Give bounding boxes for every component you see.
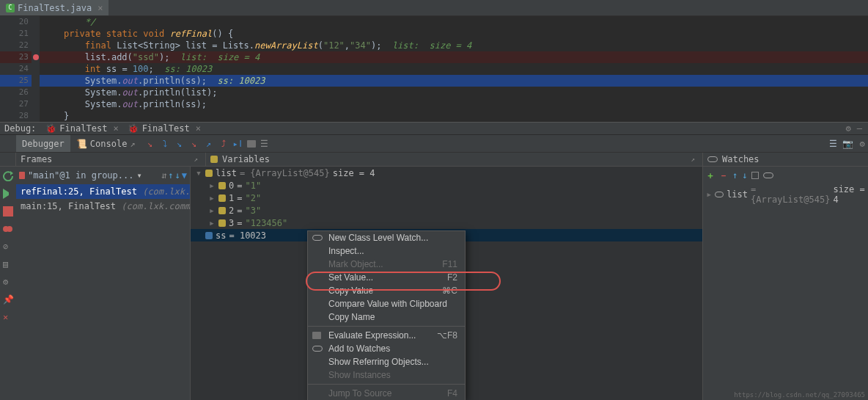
watch-item[interactable]: ▶ list = {ArrayList@545} size = 4 [703,184,868,205]
duplicate-icon[interactable] [751,172,759,179]
breakpoint-icon[interactable] [33,54,39,60]
next-frame-icon[interactable]: ↓ [175,170,180,181]
code-line[interactable]: System.out.println(ss); ss: 10023 [40,75,868,87]
editor-tab-file[interactable]: C FinalTest.java × [0,0,108,15]
line-number[interactable]: 20 [0,16,32,28]
watch-obj: = {ArrayList@545} [751,184,830,205]
stack-frame[interactable]: refFinal:25, FinalTest (com.lxk.commonTe [16,184,190,199]
remove-watch-icon[interactable]: － [719,170,728,182]
add-watch-icon[interactable]: ＋ [706,170,715,182]
context-menu-item[interactable]: Set Value...F2 [308,271,465,284]
close-icon[interactable]: ✕ [3,312,13,322]
move-up-icon[interactable]: ↑ [732,170,738,181]
frames-list: refFinal:25, FinalTest (com.lxk.commonTe… [16,184,190,400]
settings-icon[interactable]: ⚙ [3,277,13,287]
evaluate-expression-icon[interactable] [247,140,256,148]
restore-icon[interactable]: ↗ [691,156,695,163]
line-number[interactable]: 21 [0,28,32,40]
debug-title: Debug: [0,123,40,134]
tab-debugger[interactable]: Debugger [16,135,70,152]
var-list[interactable]: ▼ list = {ArrayList@545} size = 4 [191,167,702,179]
debug-step-toolbar: ↘ ⤵ ↘ ↘ ↗ ⤴ ▸ǀ ☰ [141,138,271,150]
context-menu-item[interactable]: Inspect... [308,244,465,258]
var-list-item[interactable]: ▶ 2 = "3" [191,204,702,217]
expand-icon[interactable]: ▶ [706,191,712,198]
code-line[interactable]: list.add("ssd"); list: size = 4 [40,51,868,63]
editor-pane: 202122232425262728 */ private static voi… [0,16,868,122]
var-list-item[interactable]: ▶ 0 = "1" [191,179,702,192]
prev-frame-icon[interactable]: ↑ [168,170,173,181]
context-menu-item[interactable]: Compare Value with Clipboard [308,297,465,310]
context-menu-item[interactable]: Copy Name [308,310,465,324]
thread-selector[interactable]: "main"@1 in group... ▾ [19,170,160,181]
chevron-down-icon: ▾ [137,170,142,181]
variables-icon [210,156,218,163]
watch-expr-icon [715,192,724,197]
code-line[interactable]: System.out.println(list); [40,87,868,98]
settings-icon[interactable]: ⚙ [856,138,868,150]
variables-title: Variables [222,154,270,164]
line-number[interactable]: 24 [0,63,32,75]
close-icon[interactable]: × [95,3,103,13]
memory-icon[interactable]: 📷 [842,138,853,150]
editor-tab-filename: FinalTest.java [18,3,92,13]
code-line[interactable]: */ [40,16,868,28]
line-number[interactable]: 23 [0,51,32,63]
debug-panels-header: Frames ↗ Variables ↗ Watches [0,153,868,167]
minimize-icon[interactable]: — [851,123,868,134]
frames-title: Frames [21,154,52,164]
stop-icon[interactable] [3,206,13,217]
thread-dump-icon[interactable]: ☰ [827,138,839,150]
mute-breakpoints-icon[interactable]: ⊘ [3,241,13,252]
drop-frame-icon[interactable]: ⤴ [218,138,229,150]
context-menu-item[interactable]: Add to Watches [308,342,465,355]
java-file-icon: C [6,4,15,12]
var-list-item[interactable]: ▶ 1 = "2" [191,192,702,204]
rerun-icon[interactable] [3,171,13,181]
pin-icon[interactable]: 📌 [3,294,13,305]
context-menu-item[interactable]: Copy Value⌘C [308,284,465,297]
stack-frame[interactable]: main:15, FinalTest (com.lxk.commonTest) [16,199,190,214]
force-step-into-icon[interactable]: ↘ [188,138,200,150]
view-breakpoints-icon[interactable] [3,224,13,234]
run-to-cursor-icon[interactable]: ▸ǀ [232,138,244,150]
context-menu-item[interactable]: New Class Level Watch... [308,231,465,244]
show-watches-icon[interactable] [763,172,773,178]
line-number[interactable]: 26 [0,87,32,98]
debug-run-tab-2[interactable]: 🐞 FinalTest × [123,123,205,134]
trace-icon[interactable]: ☰ [259,138,271,150]
code-line[interactable]: System.out.println(ss); [40,98,868,110]
code-line[interactable]: final List<String> list = Lists.newArray… [40,40,868,51]
gear-icon[interactable]: ⚙ [846,123,851,134]
code-line[interactable]: } [40,110,868,122]
line-number[interactable]: 22 [0,40,32,51]
code-line[interactable]: int ss = 100; ss: 10023 [40,63,868,75]
watches-icon [707,156,718,162]
close-icon[interactable]: × [193,123,201,134]
debug-run-tab-1[interactable]: 🐞 FinalTest × [40,123,122,134]
watch-name: list [727,189,748,200]
line-number[interactable]: 25 [0,75,32,87]
watches-icon [312,235,323,241]
step-out-icon[interactable]: ↗ [203,138,215,150]
line-number[interactable]: 28 [0,110,32,122]
watches-icon [312,346,323,352]
context-menu-item[interactable]: Evaluate Expression...⌥F8 [308,329,465,342]
tab-console[interactable]: 📜 Console ↗ [70,135,141,152]
move-down-icon[interactable]: ↓ [742,170,747,181]
line-number[interactable]: 27 [0,98,32,110]
step-over-icon[interactable]: ⤵ [159,138,171,150]
context-menu-item: Show Instances [308,368,465,382]
sort-icon[interactable]: ⇵ [161,170,166,181]
code-line[interactable]: private static void refFinal() { [40,28,868,40]
restore-icon[interactable]: ↗ [194,156,198,163]
resume-icon[interactable] [3,189,13,199]
show-exec-point-icon[interactable]: ↘ [144,138,156,150]
layout-icon[interactable]: ▤ [3,259,13,269]
step-into-icon[interactable]: ↘ [174,138,185,150]
filter-icon[interactable]: ▼ [182,170,187,181]
close-icon[interactable]: × [110,123,118,134]
context-menu-item: Jump To SourceF4 [308,387,465,400]
var-list-item[interactable]: ▶ 3 = "123456" [191,217,702,229]
context-menu-item[interactable]: Show Referring Objects... [308,355,465,368]
